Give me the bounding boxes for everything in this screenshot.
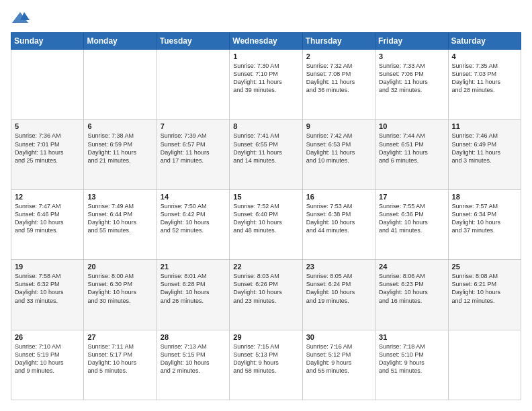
- calendar-cell: 20Sunrise: 8:00 AM Sunset: 6:30 PM Dayli…: [84, 260, 157, 330]
- day-info: Sunrise: 7:55 AM Sunset: 6:36 PM Dayligh…: [379, 202, 444, 235]
- calendar-cell: [448, 330, 521, 400]
- day-number: 14: [161, 193, 226, 201]
- day-info: Sunrise: 7:39 AM Sunset: 6:57 PM Dayligh…: [161, 132, 226, 165]
- calendar-header-tuesday: Tuesday: [157, 33, 229, 50]
- day-info: Sunrise: 7:52 AM Sunset: 6:40 PM Dayligh…: [233, 202, 298, 235]
- day-number: 4: [452, 52, 517, 60]
- day-info: Sunrise: 8:08 AM Sunset: 6:21 PM Dayligh…: [452, 272, 517, 305]
- calendar-cell: 22Sunrise: 8:03 AM Sunset: 6:26 PM Dayli…: [230, 260, 302, 330]
- day-info: Sunrise: 7:33 AM Sunset: 7:06 PM Dayligh…: [379, 62, 444, 95]
- day-number: 1: [233, 52, 298, 60]
- day-info: Sunrise: 7:57 AM Sunset: 6:34 PM Dayligh…: [452, 202, 517, 235]
- calendar-cell: 18Sunrise: 7:57 AM Sunset: 6:34 PM Dayli…: [448, 189, 521, 259]
- calendar-header-wednesday: Wednesday: [230, 33, 302, 50]
- calendar-cell: 29Sunrise: 7:15 AM Sunset: 5:13 PM Dayli…: [230, 330, 302, 400]
- calendar-header-thursday: Thursday: [302, 33, 375, 50]
- calendar-cell: 27Sunrise: 7:11 AM Sunset: 5:17 PM Dayli…: [84, 330, 157, 400]
- calendar-cell: 28Sunrise: 7:13 AM Sunset: 5:15 PM Dayli…: [157, 330, 229, 400]
- day-number: 7: [161, 122, 226, 130]
- day-info: Sunrise: 8:01 AM Sunset: 6:28 PM Dayligh…: [161, 272, 226, 305]
- day-number: 11: [452, 122, 517, 130]
- day-number: 22: [233, 263, 298, 271]
- day-number: 30: [306, 333, 371, 341]
- calendar-week-row: 19Sunrise: 7:58 AM Sunset: 6:32 PM Dayli…: [11, 260, 521, 330]
- day-info: Sunrise: 7:49 AM Sunset: 6:44 PM Dayligh…: [87, 202, 152, 235]
- logo: [11, 11, 32, 26]
- header: [11, 11, 521, 26]
- day-number: 13: [87, 193, 152, 201]
- calendar-header-friday: Friday: [375, 33, 448, 50]
- calendar-cell: 1Sunrise: 7:30 AM Sunset: 7:10 PM Daylig…: [230, 50, 302, 120]
- calendar-cell: 8Sunrise: 7:41 AM Sunset: 6:55 PM Daylig…: [230, 120, 302, 189]
- page: SundayMondayTuesdayWednesdayThursdayFrid…: [0, 0, 532, 411]
- calendar-week-row: 12Sunrise: 7:47 AM Sunset: 6:46 PM Dayli…: [11, 189, 521, 259]
- calendar-cell: 13Sunrise: 7:49 AM Sunset: 6:44 PM Dayli…: [84, 189, 157, 259]
- day-info: Sunrise: 7:18 AM Sunset: 5:10 PM Dayligh…: [379, 342, 444, 375]
- day-info: Sunrise: 7:32 AM Sunset: 7:08 PM Dayligh…: [306, 62, 371, 95]
- calendar-cell: 10Sunrise: 7:44 AM Sunset: 6:51 PM Dayli…: [375, 120, 448, 189]
- day-number: 29: [233, 333, 298, 341]
- calendar-cell: [11, 50, 84, 120]
- logo-icon: [11, 11, 30, 26]
- calendar-cell: 7Sunrise: 7:39 AM Sunset: 6:57 PM Daylig…: [157, 120, 229, 189]
- day-number: 16: [306, 193, 371, 201]
- calendar-cell: 24Sunrise: 8:06 AM Sunset: 6:23 PM Dayli…: [375, 260, 448, 330]
- calendar-cell: 23Sunrise: 8:05 AM Sunset: 6:24 PM Dayli…: [302, 260, 375, 330]
- day-number: 5: [15, 122, 80, 130]
- day-number: 25: [452, 263, 517, 271]
- calendar-cell: [84, 50, 157, 120]
- calendar-cell: 9Sunrise: 7:42 AM Sunset: 6:53 PM Daylig…: [302, 120, 375, 189]
- day-number: 3: [379, 52, 444, 60]
- calendar-header-monday: Monday: [84, 33, 157, 50]
- day-number: 18: [452, 193, 517, 201]
- calendar-cell: [157, 50, 229, 120]
- calendar-cell: 15Sunrise: 7:52 AM Sunset: 6:40 PM Dayli…: [230, 189, 302, 259]
- day-info: Sunrise: 7:47 AM Sunset: 6:46 PM Dayligh…: [15, 202, 80, 235]
- calendar-header-sunday: Sunday: [11, 33, 84, 50]
- calendar-cell: 19Sunrise: 7:58 AM Sunset: 6:32 PM Dayli…: [11, 260, 84, 330]
- day-info: Sunrise: 7:42 AM Sunset: 6:53 PM Dayligh…: [306, 132, 371, 165]
- day-info: Sunrise: 7:11 AM Sunset: 5:17 PM Dayligh…: [87, 342, 152, 375]
- calendar-week-row: 5Sunrise: 7:36 AM Sunset: 7:01 PM Daylig…: [11, 120, 521, 189]
- day-number: 6: [87, 122, 152, 130]
- day-number: 31: [379, 333, 444, 341]
- day-info: Sunrise: 7:35 AM Sunset: 7:03 PM Dayligh…: [452, 62, 517, 95]
- calendar-cell: 31Sunrise: 7:18 AM Sunset: 5:10 PM Dayli…: [375, 330, 448, 400]
- calendar-cell: 12Sunrise: 7:47 AM Sunset: 6:46 PM Dayli…: [11, 189, 84, 259]
- day-number: 24: [379, 263, 444, 271]
- day-info: Sunrise: 8:00 AM Sunset: 6:30 PM Dayligh…: [87, 272, 152, 305]
- calendar-cell: 16Sunrise: 7:53 AM Sunset: 6:38 PM Dayli…: [302, 189, 375, 259]
- day-number: 15: [233, 193, 298, 201]
- day-number: 2: [306, 52, 371, 60]
- day-info: Sunrise: 7:13 AM Sunset: 5:15 PM Dayligh…: [161, 342, 226, 375]
- calendar-table: SundayMondayTuesdayWednesdayThursdayFrid…: [11, 32, 521, 400]
- day-info: Sunrise: 7:38 AM Sunset: 6:59 PM Dayligh…: [87, 132, 152, 165]
- calendar-cell: 6Sunrise: 7:38 AM Sunset: 6:59 PM Daylig…: [84, 120, 157, 189]
- calendar-cell: 17Sunrise: 7:55 AM Sunset: 6:36 PM Dayli…: [375, 189, 448, 259]
- day-number: 20: [87, 263, 152, 271]
- day-info: Sunrise: 7:46 AM Sunset: 6:49 PM Dayligh…: [452, 132, 517, 165]
- calendar-cell: 4Sunrise: 7:35 AM Sunset: 7:03 PM Daylig…: [448, 50, 521, 120]
- day-info: Sunrise: 7:58 AM Sunset: 6:32 PM Dayligh…: [15, 272, 80, 305]
- calendar-header-row: SundayMondayTuesdayWednesdayThursdayFrid…: [11, 33, 521, 50]
- day-info: Sunrise: 8:03 AM Sunset: 6:26 PM Dayligh…: [233, 272, 298, 305]
- calendar-week-row: 1Sunrise: 7:30 AM Sunset: 7:10 PM Daylig…: [11, 50, 521, 120]
- day-info: Sunrise: 7:44 AM Sunset: 6:51 PM Dayligh…: [379, 132, 444, 165]
- day-info: Sunrise: 7:41 AM Sunset: 6:55 PM Dayligh…: [233, 132, 298, 165]
- day-info: Sunrise: 7:53 AM Sunset: 6:38 PM Dayligh…: [306, 202, 371, 235]
- day-number: 19: [15, 263, 80, 271]
- day-info: Sunrise: 7:30 AM Sunset: 7:10 PM Dayligh…: [233, 62, 298, 95]
- day-number: 23: [306, 263, 371, 271]
- day-number: 8: [233, 122, 298, 130]
- calendar-header-saturday: Saturday: [448, 33, 521, 50]
- calendar-cell: 2Sunrise: 7:32 AM Sunset: 7:08 PM Daylig…: [302, 50, 375, 120]
- calendar-cell: 5Sunrise: 7:36 AM Sunset: 7:01 PM Daylig…: [11, 120, 84, 189]
- day-info: Sunrise: 8:06 AM Sunset: 6:23 PM Dayligh…: [379, 272, 444, 305]
- day-info: Sunrise: 7:10 AM Sunset: 5:19 PM Dayligh…: [15, 342, 80, 375]
- day-number: 28: [161, 333, 226, 341]
- day-number: 26: [15, 333, 80, 341]
- calendar-cell: 14Sunrise: 7:50 AM Sunset: 6:42 PM Dayli…: [157, 189, 229, 259]
- day-info: Sunrise: 7:15 AM Sunset: 5:13 PM Dayligh…: [233, 342, 298, 375]
- day-number: 17: [379, 193, 444, 201]
- calendar-cell: 21Sunrise: 8:01 AM Sunset: 6:28 PM Dayli…: [157, 260, 229, 330]
